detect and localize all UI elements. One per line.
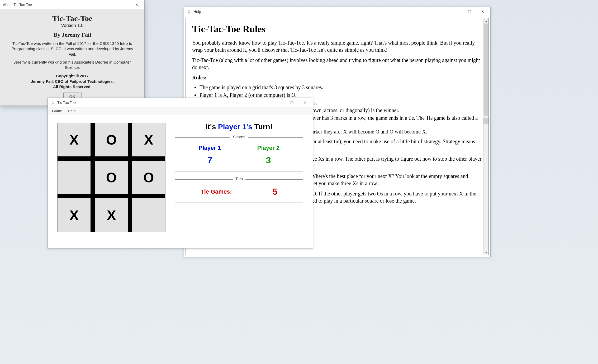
turn-player: Player 1's	[218, 123, 252, 131]
cell-6[interactable]: X	[58, 198, 91, 232]
close-button[interactable]: ✕	[476, 7, 489, 16]
player2-column: Player 2 3	[242, 145, 295, 165]
java-icon	[187, 9, 192, 14]
window-controls: — ☐ ✕	[272, 98, 312, 107]
rule-item: Player 1 is X, Player 2 (or the computer…	[200, 92, 482, 98]
player2-label: Player 2	[242, 145, 295, 151]
cell-4[interactable]: O	[95, 161, 128, 194]
help-paragraph: You probably already know how to play Ti…	[192, 39, 482, 54]
scrollbar[interactable]: ▴ ▾	[483, 18, 488, 255]
ties-legend: Ties	[233, 176, 245, 181]
about-copyright: Copyright © 2017 Jeremy Fail, CEO of Fai…	[6, 73, 139, 89]
player2-score: 3	[242, 155, 295, 165]
scroll-down-icon[interactable]: ▾	[483, 250, 488, 255]
about-author: By Jeremy Fail	[6, 31, 139, 38]
scores-row: Player 1 7 Player 2 3	[181, 145, 298, 165]
game-board: X O X O O X X	[57, 123, 165, 232]
ties-value: 5	[272, 186, 277, 197]
copy-line: All Rights Reserved.	[6, 84, 139, 89]
about-content: Tic-Tac-Toe Version 1.0 By Jeremy Fail T…	[0, 9, 144, 106]
cell-7[interactable]: X	[95, 198, 128, 232]
game-body: X O X O O X X It's Player 1's Turn! Scor…	[48, 115, 313, 240]
close-button[interactable]: ✕	[298, 98, 312, 107]
maximize-button[interactable]: ☐	[463, 7, 476, 16]
rules-label: Rules:	[192, 74, 482, 81]
maximize-button[interactable]: ☐	[285, 98, 298, 107]
menu-help[interactable]: Help	[66, 108, 78, 114]
cell-3[interactable]	[58, 161, 91, 194]
cell-8[interactable]	[132, 198, 165, 232]
ties-row: Tie Games: 5	[181, 186, 298, 197]
player1-column: Player 1 7	[183, 145, 236, 165]
about-dialog: About Tic Tac Toe ✕ Tic-Tac-Toe Version …	[0, 0, 145, 106]
about-app-name: Tic-Tac-Toe	[6, 14, 139, 23]
help-title: Help	[193, 9, 201, 14]
about-version: Version 1.0	[6, 23, 139, 28]
cell-5[interactable]: O	[132, 161, 165, 194]
about-paragraph: Tic-Tac-Toe was written in the Fall of 2…	[10, 41, 134, 57]
scroll-thumb-break	[483, 118, 488, 124]
game-title: Tic Tac Toe	[57, 100, 76, 105]
player1-label: Player 1	[183, 145, 236, 151]
turn-indicator: It's Player 1's Turn!	[175, 123, 303, 131]
ties-label: Tie Games:	[201, 188, 232, 195]
menu-game[interactable]: Game	[50, 108, 64, 114]
copy-line: Jeremy Fail, CEO of Failproof Technologi…	[6, 79, 139, 84]
window-controls: — ☐ ✕	[450, 7, 489, 16]
minimize-button[interactable]: —	[272, 98, 285, 107]
turn-suffix: Turn!	[252, 123, 273, 131]
copy-line: Copyright © 2017	[6, 73, 139, 79]
cell-2[interactable]: X	[132, 123, 165, 156]
scores-legend: Scores	[230, 135, 248, 139]
cell-1[interactable]: O	[95, 123, 128, 156]
scroll-thumb[interactable]	[484, 23, 488, 116]
java-icon	[50, 100, 56, 105]
menubar: Game Help	[48, 107, 313, 115]
minimize-button[interactable]: —	[450, 7, 463, 16]
about-paragraph: Jeremy is currently working on his Assoc…	[10, 60, 134, 70]
about-title-text: About Tic Tac Toe	[3, 3, 32, 7]
cell-0[interactable]: X	[58, 123, 91, 156]
side-panel: It's Player 1's Turn! Scores Player 1 7 …	[175, 123, 303, 232]
help-heading: Tic-Tac-Toe Rules	[192, 23, 482, 35]
ties-box: Ties Tie Games: 5	[175, 179, 303, 203]
about-titlebar[interactable]: About Tic Tac Toe ✕	[0, 0, 144, 9]
scroll-up-icon[interactable]: ▴	[483, 18, 488, 23]
rule-item: The game is played on a grid that's 3 sq…	[200, 84, 482, 90]
player1-score: 7	[183, 155, 236, 165]
help-paragraph: Tic-Tac-Toe (along with a lot of other g…	[192, 57, 482, 71]
help-titlebar[interactable]: Help — ☐ ✕	[184, 7, 490, 16]
close-button[interactable]: ✕	[130, 1, 143, 9]
game-titlebar[interactable]: Tic Tac Toe — ☐ ✕	[48, 98, 313, 107]
turn-prefix: It's	[206, 123, 218, 131]
game-window: Tic Tac Toe — ☐ ✕ Game Help X O X O O X …	[48, 98, 313, 248]
scores-box: Scores Player 1 7 Player 2 3	[175, 137, 303, 171]
